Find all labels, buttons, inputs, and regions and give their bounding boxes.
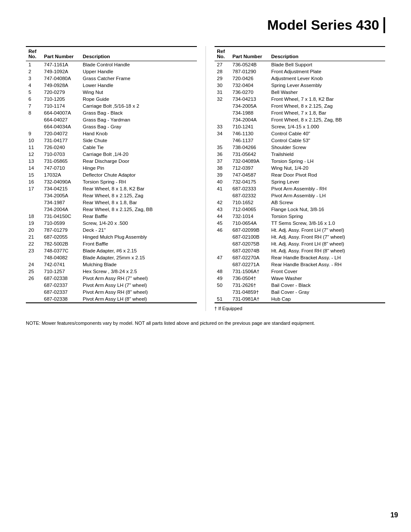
ref-cell: 39	[215, 171, 230, 178]
part-number-cell: 687-02338	[41, 275, 80, 282]
description-cell: Rear Handle Bracket Assy. - LH	[269, 254, 386, 261]
ref-cell	[26, 123, 41, 130]
part-number-cell: 734-04215	[41, 185, 80, 192]
description-cell: Deflector Chute Adaptor	[80, 171, 197, 178]
part-number-cell: 712-04065	[230, 206, 269, 213]
table-row: 46 687-02099B Ht. Adj. Assy. Front LH (7…	[215, 227, 386, 233]
part-number-cell: 664-04034A	[41, 123, 80, 130]
description-cell: Torsion Spring - LH	[269, 158, 386, 165]
part-number-cell: 687-02337	[41, 282, 80, 289]
ref-cell	[26, 254, 41, 261]
part-number-cell: 710-1174	[41, 103, 80, 109]
part-number-cell: 732-1014	[230, 213, 269, 220]
left-col-desc: Description	[80, 47, 197, 61]
ref-cell: 33	[215, 123, 230, 130]
description-cell: Hand Knob	[80, 130, 197, 137]
table-separator	[206, 46, 206, 311]
table-row: 50 731-2626† Bail Cover - Black	[215, 282, 386, 289]
part-number-cell: 687-02333	[230, 185, 269, 192]
table-row: 748-04082 Blade Adapter, 25mm x 2.15	[26, 254, 197, 261]
table-row: 29 720-0426 Adjustment Lever Knob	[215, 75, 386, 82]
ref-cell	[26, 116, 41, 123]
left-table-section: RefNo. Part Number Description 1 747-116…	[26, 46, 197, 303]
table-row: 48 731-1506A† Front Cover	[215, 268, 386, 275]
description-cell: Front Wheel, 7 x 1.8, K2 Bar	[269, 96, 386, 103]
description-cell: Blade Adapter, #6 x 2.15	[80, 247, 197, 254]
description-cell: Pivot Arm Assembly - RH	[269, 185, 386, 192]
table-row: 31 736-0270 Bell Washer	[215, 89, 386, 96]
table-row: 41 687-02333 Pivot Arm Assembly - RH	[215, 185, 386, 192]
ref-cell: 47	[215, 254, 230, 261]
table-row: 30 732-0404 Spring Lever Assembly	[215, 82, 386, 89]
description-cell: Front Baffle	[80, 240, 197, 247]
footnote: † If Equipped	[215, 306, 386, 311]
part-number-cell: 720-04072	[41, 130, 80, 137]
table-row: 39 747-04587 Rear Door Pivot Rod	[215, 171, 386, 178]
description-cell: Screw, 1/4-15 x 1.000	[269, 123, 386, 130]
description-cell: Lower Handle	[80, 82, 197, 89]
ref-cell: 38	[215, 165, 230, 171]
table-row: 664-04027 Grass Bag - Yardman	[26, 116, 197, 123]
page-title: Model Series 430	[26, 17, 385, 33]
ref-cell: 6	[26, 96, 41, 103]
description-cell: Pivot Arm Assy RH (7" wheel)	[80, 275, 197, 282]
description-cell: Adjustment Lever Knob	[269, 75, 386, 82]
description-cell: Rear Wheel, 8 x 2.125, Zag, BB	[80, 206, 197, 213]
ref-cell	[215, 261, 230, 268]
ref-cell: 5	[26, 89, 41, 96]
description-cell: Pivot Arm Assembly - LH	[269, 192, 386, 199]
description-cell: Pivot Arm Assy LH (7" wheel)	[80, 282, 197, 289]
description-cell: Control Cable 40"	[269, 130, 386, 137]
part-number-cell: 720-0279	[41, 89, 80, 96]
part-number-cell: 731-05865	[41, 158, 80, 165]
ref-cell: 40	[215, 178, 230, 185]
part-number-cell: 734-04213	[230, 96, 269, 103]
part-number-cell: 749-0928A	[41, 82, 80, 89]
description-cell: Grass Bag - Gray	[80, 123, 197, 130]
table-row: 687-02074B Ht. Adj. Assy. Front RH (8" w…	[215, 247, 386, 254]
ref-cell	[26, 199, 41, 206]
description-cell: Hex Screw , 3/8-24 x 2.5	[80, 268, 197, 275]
right-table-section: RefNo. Part Number Description 27 736-05…	[215, 46, 386, 311]
part-number-cell: 746-1130	[230, 130, 269, 137]
part-number-cell: 687-02074B	[230, 247, 269, 254]
table-row: 22 782-5002B Front Baffle	[26, 240, 197, 247]
ref-cell: 26	[26, 275, 41, 282]
part-number-cell: 746-1137	[230, 137, 269, 144]
part-number-cell: 710-1205	[41, 96, 80, 103]
description-cell: Front Wheel, 7 x 1.8, Bar	[269, 109, 386, 116]
part-number-cell: 710-0654A	[230, 220, 269, 227]
table-row: 734-1987 Rear Wheel, 8 x 1.8, Bar	[26, 199, 197, 206]
ref-cell: 25	[26, 268, 41, 275]
table-row: 2 749-1092A Upper Handle	[26, 68, 197, 75]
ref-cell: 7	[26, 103, 41, 109]
description-cell: Wing Nut, 1/4-20	[269, 165, 386, 171]
description-cell: Bail Cover - Black	[269, 282, 386, 289]
description-cell: Wave Washer	[269, 275, 386, 282]
table-row: 687-02337 Pivot Arm Assy LH (7" wheel)	[26, 282, 197, 289]
description-cell: Wing Nut	[80, 89, 197, 96]
description-cell: Torsion Spring - RH	[80, 178, 197, 185]
table-row: 1 747-1161A Blade Control Handle	[26, 61, 197, 68]
part-number-cell: 664-04007A	[41, 109, 80, 116]
part-number-cell: 747-04587	[230, 171, 269, 178]
table-row: 734-2005A Front Wheel, 8 x 2.125, Zag	[215, 103, 386, 109]
ref-cell	[215, 109, 230, 116]
table-row: 13 731-05865 Rear Discharge Door	[26, 158, 197, 165]
left-col-ref: RefNo.	[26, 47, 41, 61]
ref-cell	[215, 103, 230, 109]
description-cell: Side Chute	[80, 137, 197, 144]
description-cell: Spring Lever Assembly	[269, 82, 386, 89]
table-row: 25 710-1257 Hex Screw , 3/8-24 x 2.5	[26, 268, 197, 275]
table-row: 18 731-04150C Rear Baffle	[26, 213, 197, 220]
table-row: 40 732-04175 Spring Lever	[215, 178, 386, 185]
description-cell: Ht. Adj. Assy. Front RH (7" wheel)	[269, 233, 386, 240]
right-col-desc: Description	[269, 47, 386, 61]
table-row: 9 720-04072 Hand Knob	[26, 130, 197, 137]
part-number-cell: 687-02332	[230, 192, 269, 199]
table-row: 15 17032A Deflector Chute Adaptor	[26, 171, 197, 178]
right-parts-table: RefNo. Part Number Description 27 736-05…	[215, 46, 386, 303]
part-number-cell: 17032A	[41, 171, 80, 178]
table-row: 37 732-04089A Torsion Spring - LH	[215, 158, 386, 165]
note-text: NOTE: Mower features/components vary by …	[26, 320, 385, 327]
